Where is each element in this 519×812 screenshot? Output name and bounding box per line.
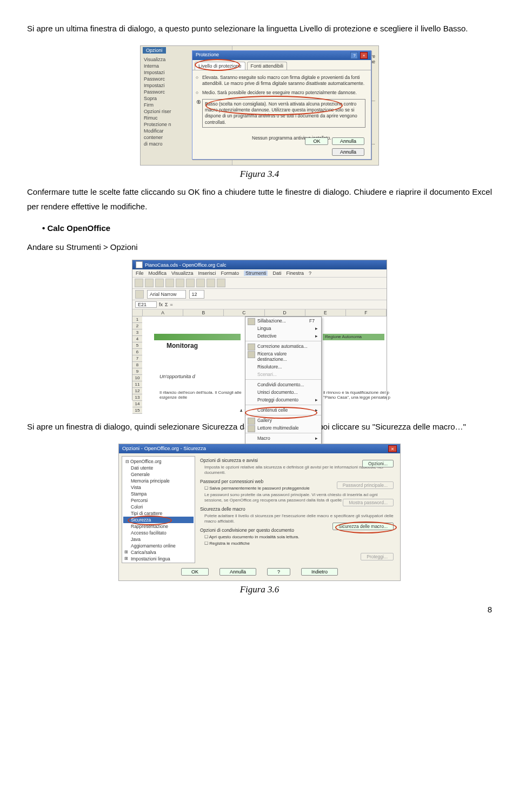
close-icon[interactable]: × bbox=[388, 445, 397, 452]
cancel-button[interactable]: Annulla bbox=[332, 137, 364, 145]
para-confirm: Confermare tutte le scelte fatte cliccan… bbox=[27, 185, 492, 214]
help-button[interactable]: ? bbox=[267, 568, 290, 576]
radio-high[interactable]: Elevata. Saranno eseguite solo macro con… bbox=[202, 75, 365, 87]
calc-title: PianoCasa.ods - OpenOffice.org Calc bbox=[145, 262, 226, 268]
menu-view[interactable]: Visualizza bbox=[171, 270, 193, 276]
tree-item[interactable]: Impostazioni lingua bbox=[123, 556, 194, 562]
col-headers: A B C D E F bbox=[132, 309, 387, 316]
mi-lingua[interactable]: Lingua bbox=[245, 325, 321, 332]
mi-correzione[interactable]: Correzione automatica... bbox=[245, 342, 321, 350]
ok-button[interactable]: OK bbox=[181, 568, 209, 576]
row-header[interactable]: 4 bbox=[132, 336, 142, 342]
tree-item[interactable]: Vista bbox=[123, 484, 194, 491]
toolbar-icon[interactable] bbox=[135, 290, 144, 299]
toolbar-icon[interactable] bbox=[155, 279, 164, 287]
toolbar-icon[interactable] bbox=[135, 279, 143, 287]
toolbar-icon[interactable] bbox=[145, 279, 154, 287]
row-header[interactable]: 15 bbox=[132, 407, 142, 414]
row-header[interactable]: 10 bbox=[132, 375, 142, 381]
tree-root[interactable]: OpenOffice.org bbox=[123, 458, 194, 465]
menu-data[interactable]: Dati bbox=[272, 270, 281, 276]
mi-risolutore[interactable]: Risolutore... bbox=[245, 363, 321, 371]
col-header[interactable]: D bbox=[265, 309, 305, 316]
sigma-icon[interactable]: Σ bbox=[165, 302, 168, 307]
ok-button[interactable]: OK bbox=[305, 137, 328, 145]
mi-sillabazione[interactable]: Sillabazione...F7 bbox=[245, 317, 321, 325]
toolbar-icon[interactable] bbox=[196, 279, 205, 287]
mi-ricerca[interactable]: Ricerca valore destinazione... bbox=[245, 350, 321, 363]
col-header[interactable]: A bbox=[143, 309, 183, 316]
mi-detective[interactable]: Detective bbox=[245, 332, 321, 340]
tree-item[interactable]: Percorsi bbox=[123, 497, 194, 504]
mi-condividi[interactable]: Condividi documento... bbox=[245, 381, 321, 388]
close-icon[interactable]: × bbox=[360, 52, 368, 59]
row-header[interactable]: 8 bbox=[132, 362, 142, 368]
tree-item[interactable]: Generale bbox=[123, 471, 194, 478]
toolbar-icon[interactable] bbox=[165, 279, 174, 287]
mi-proteggi[interactable]: Proteggi documento bbox=[245, 396, 321, 404]
radio-medium[interactable]: Medio. Sarà possibile decidere se esegui… bbox=[202, 90, 365, 96]
font-combo[interactable]: Arial Narrow bbox=[147, 290, 186, 299]
row-header[interactable]: 1 bbox=[132, 316, 142, 323]
tree-item[interactable]: Rappresentazione bbox=[123, 523, 194, 530]
cancel-back-button[interactable]: Annulla bbox=[332, 148, 364, 156]
toolbar-icon[interactable] bbox=[186, 279, 195, 287]
row-header[interactable]: 11 bbox=[132, 381, 142, 388]
mi-unisci[interactable]: Unisci documento... bbox=[245, 388, 321, 396]
mi-lettore[interactable]: Lettore multimediale bbox=[245, 424, 321, 432]
row-header[interactable]: 2 bbox=[132, 323, 142, 329]
tree-item[interactable]: Dati utente bbox=[123, 465, 194, 471]
row-header[interactable]: 14 bbox=[132, 401, 142, 407]
menu-format[interactable]: Formato bbox=[221, 270, 239, 276]
row-header[interactable]: 13 bbox=[132, 394, 142, 401]
row-header[interactable]: 12 bbox=[132, 388, 142, 394]
col-header[interactable]: F bbox=[346, 309, 387, 316]
mi-macro[interactable]: Macro bbox=[245, 434, 321, 442]
equals-icon[interactable]: = bbox=[170, 302, 173, 307]
menu-file[interactable]: File bbox=[136, 270, 144, 276]
tab-trusted-sources[interactable]: Fonti attendibili bbox=[247, 62, 288, 70]
toolbar-icon[interactable] bbox=[176, 279, 184, 287]
back-button[interactable]: Indietro bbox=[301, 568, 338, 576]
fx-icon[interactable]: fx bbox=[159, 302, 163, 307]
section-heading: Sicurezza delle macro bbox=[200, 506, 395, 512]
col-header[interactable]: C bbox=[224, 309, 264, 316]
tree-item[interactable]: Carica/salva bbox=[123, 549, 194, 556]
options-tree: OpenOffice.org Dati utente Generale Memo… bbox=[122, 456, 195, 563]
menu-edit[interactable]: Modifica bbox=[149, 270, 167, 276]
row-header[interactable]: 7 bbox=[132, 355, 142, 362]
options-back-title: Opzioni bbox=[143, 47, 166, 54]
tree-item[interactable]: Aggiornamento online bbox=[123, 543, 194, 549]
cells-area[interactable]: Regione Autonoma Monitorag Un'opportunit… bbox=[142, 316, 387, 414]
col-header[interactable]: B bbox=[183, 309, 224, 316]
tree-item[interactable]: Accesso facilitato bbox=[123, 530, 194, 536]
tree-item[interactable]: Colori bbox=[123, 504, 194, 510]
tree-item[interactable]: Java bbox=[123, 536, 194, 543]
fontsize-combo[interactable]: 12 bbox=[189, 290, 204, 299]
cancel-button[interactable]: Annulla bbox=[219, 568, 256, 576]
menu-item-icon bbox=[248, 425, 255, 432]
tree-item[interactable]: Stampa bbox=[123, 491, 194, 497]
menu-window[interactable]: Finestra bbox=[286, 270, 304, 276]
menu-help[interactable]: ? bbox=[309, 270, 311, 276]
tree-item[interactable]: OpenOffice.org Calc bbox=[123, 562, 194, 563]
calc-titlebar: PianoCasa.ods - OpenOffice.org Calc bbox=[132, 260, 387, 269]
toolbar-icon[interactable] bbox=[217, 279, 225, 287]
checkbox-readonly[interactable]: Apri questo documento in modalità sola l… bbox=[204, 534, 395, 539]
menu-tools[interactable]: Strumenti bbox=[244, 270, 268, 276]
row-headers: 1 2 3 4 5 6 7 8 9 10 11 12 13 14 15 bbox=[132, 316, 142, 414]
col-header[interactable]: E bbox=[305, 309, 346, 316]
row-header[interactable]: 3 bbox=[132, 329, 142, 336]
checkbox-record[interactable]: Registra le modifiche bbox=[204, 541, 395, 546]
intro-para-1: Si apre un ultima finestra di dialogo, a… bbox=[27, 22, 492, 36]
menu-insert[interactable]: Inserisci bbox=[198, 270, 216, 276]
help-icon[interactable]: ? bbox=[350, 52, 358, 59]
cell-ref[interactable]: E21 bbox=[135, 301, 157, 308]
options-button[interactable]: Opzioni... bbox=[362, 460, 394, 467]
toolbar-icon[interactable] bbox=[207, 279, 215, 287]
tree-item[interactable]: Memoria principale bbox=[123, 478, 194, 484]
row-header[interactable]: 6 bbox=[132, 349, 142, 355]
row-header[interactable]: 9 bbox=[132, 368, 142, 375]
show-passwords-button: Mostra password... bbox=[343, 499, 394, 506]
row-header[interactable]: 5 bbox=[132, 342, 142, 349]
